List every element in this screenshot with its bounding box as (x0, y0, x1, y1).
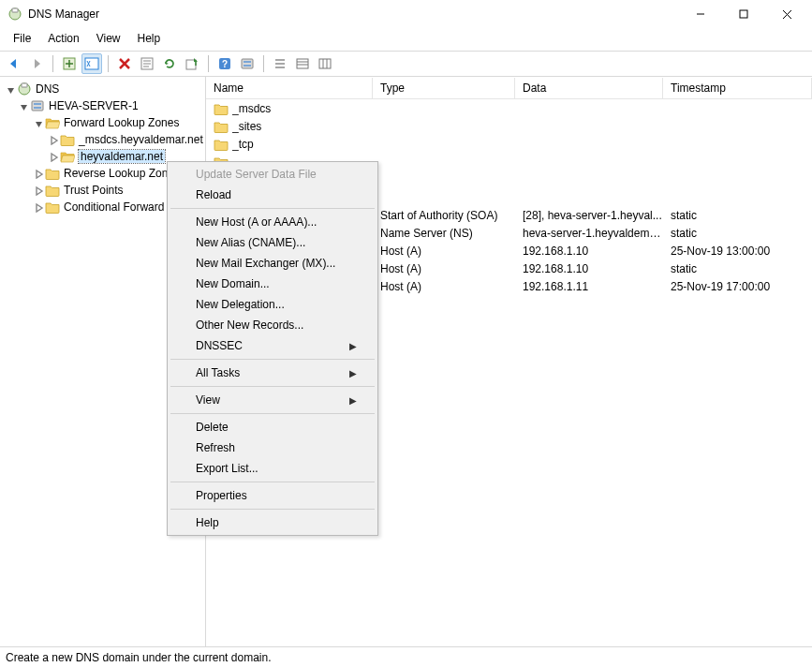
context-menu-item[interactable]: New Delegation... (170, 294, 376, 315)
status-text: Create a new DNS domain under the curren… (6, 651, 271, 664)
refresh-button[interactable] (159, 53, 180, 74)
toolbar: ? (0, 52, 812, 76)
chevron-right-icon: ▶ (349, 368, 357, 378)
cell-timestamp: 25-Nov-19 13:00:00 (663, 245, 812, 258)
context-menu-item[interactable]: Delete (170, 417, 376, 437)
cell-data: heva-server-1.heyvaldema... (515, 227, 663, 240)
context-menu-item[interactable]: New Host (A or AAAA)... (170, 212, 376, 232)
folder-icon (214, 119, 229, 134)
menu-view[interactable]: View (89, 30, 128, 47)
cell-type: Host (A) (373, 262, 515, 275)
list1-button[interactable] (270, 53, 290, 74)
tree-node-msdcs[interactable]: _msdcs.heyvaldemar.net (2, 131, 205, 148)
properties-button[interactable] (137, 53, 157, 74)
context-menu-item[interactable]: New Mail Exchanger (MX)... (170, 253, 376, 274)
close-button[interactable] (765, 0, 808, 28)
menu-separator (170, 386, 375, 387)
context-menu-item[interactable]: DNSSEC▶ (170, 335, 376, 356)
menu-separator (170, 208, 375, 209)
context-menu-label: Reload (196, 188, 231, 201)
folder-icon (214, 101, 229, 116)
chevron-right-icon[interactable] (32, 184, 45, 197)
context-menu-label: Export List... (196, 462, 258, 475)
export-button[interactable] (182, 53, 202, 74)
svg-rect-34 (319, 59, 331, 68)
list2-button[interactable] (292, 53, 313, 74)
column-type[interactable]: Type (373, 78, 515, 98)
menu-separator (170, 482, 375, 482)
xml-button[interactable] (81, 53, 102, 74)
chevron-right-icon[interactable] (47, 133, 60, 146)
menubar: File Action View Help (0, 28, 812, 51)
folder-icon (45, 166, 60, 181)
chevron-down-icon[interactable] (32, 116, 45, 129)
help-button[interactable]: ? (214, 53, 235, 74)
chevron-down-icon[interactable] (17, 99, 30, 112)
cell-type: Name Server (NS) (373, 227, 515, 240)
menu-action[interactable]: Action (40, 30, 86, 47)
context-menu: Update Server Data FileReloadNew Host (A… (167, 161, 378, 536)
context-menu-label: Help (196, 516, 219, 529)
dns-icon (17, 82, 32, 96)
add-button[interactable] (59, 53, 80, 74)
tree-node-flz[interactable]: Forward Lookup Zones (2, 114, 205, 131)
menu-separator (170, 413, 375, 414)
menu-help[interactable]: Help (130, 30, 169, 47)
list3-button[interactable] (315, 53, 335, 74)
app-icon (7, 7, 22, 22)
cell-data: 192.168.1.10 (515, 262, 663, 275)
cell-type: Host (A) (373, 245, 515, 258)
svg-text:?: ? (222, 59, 228, 69)
context-menu-item[interactable]: New Domain... (170, 274, 376, 294)
minimize-button[interactable] (679, 0, 722, 28)
list-row[interactable]: _sites (206, 117, 812, 135)
context-menu-item[interactable]: Export List... (170, 458, 376, 479)
chevron-right-icon[interactable] (32, 167, 45, 180)
forward-button[interactable] (26, 53, 47, 74)
chevron-right-icon[interactable] (47, 150, 60, 163)
column-name[interactable]: Name (206, 78, 373, 98)
chevron-right-icon: ▶ (349, 341, 357, 351)
folder-icon (45, 183, 60, 198)
cell-type: Start of Authority (SOA) (373, 209, 515, 222)
context-menu-label: Update Server Data File (196, 168, 317, 181)
context-menu-item[interactable]: Properties (170, 485, 376, 506)
cell-name: _sites (232, 120, 373, 133)
context-menu-label: New Domain... (196, 277, 270, 290)
folder-open-icon (45, 115, 60, 130)
list-row[interactable]: _tcp (206, 135, 812, 153)
tree-node-server[interactable]: HEVA-SERVER-1 (2, 97, 205, 114)
svg-rect-10 (740, 10, 747, 18)
context-menu-item[interactable]: Reload (170, 185, 376, 205)
folder-icon (214, 137, 229, 152)
context-menu-label: New Host (A or AAAA)... (196, 215, 317, 229)
cell-data: 192.168.1.10 (515, 245, 663, 258)
maximize-button[interactable] (722, 0, 765, 28)
context-menu-item[interactable]: New Alias (CNAME)... (170, 232, 376, 253)
server-button[interactable] (237, 53, 258, 74)
cell-data: 192.168.1.11 (515, 280, 663, 293)
column-timestamp[interactable]: Timestamp (663, 78, 812, 98)
context-menu-item[interactable]: All Tasks▶ (170, 363, 376, 383)
context-menu-label: Other New Records... (196, 319, 303, 332)
server-icon (30, 98, 45, 113)
context-menu-label: View (196, 393, 220, 407)
window-title: DNS Manager (28, 7, 679, 21)
context-menu-label: DNSSEC (196, 339, 243, 352)
back-button[interactable] (4, 53, 24, 74)
delete-button[interactable] (114, 53, 135, 74)
list-row[interactable]: _msdcs (206, 99, 812, 117)
menu-file[interactable]: File (6, 30, 38, 47)
context-menu-label: New Delegation... (196, 298, 285, 311)
tree-node-dns[interactable]: DNS (2, 81, 205, 97)
list-header: Name Type Data Timestamp (206, 77, 812, 99)
cell-name: _tcp (232, 138, 373, 151)
context-menu-item[interactable]: View▶ (170, 390, 376, 410)
chevron-right-icon[interactable] (32, 200, 45, 214)
context-menu-item[interactable]: Other New Records... (170, 315, 376, 335)
chevron-down-icon[interactable] (4, 82, 17, 96)
cell-data: [28], heva-server-1.heyval... (515, 209, 663, 222)
column-data[interactable]: Data (515, 78, 663, 98)
context-menu-item[interactable]: Help (170, 512, 376, 533)
context-menu-item[interactable]: Refresh (170, 437, 376, 458)
